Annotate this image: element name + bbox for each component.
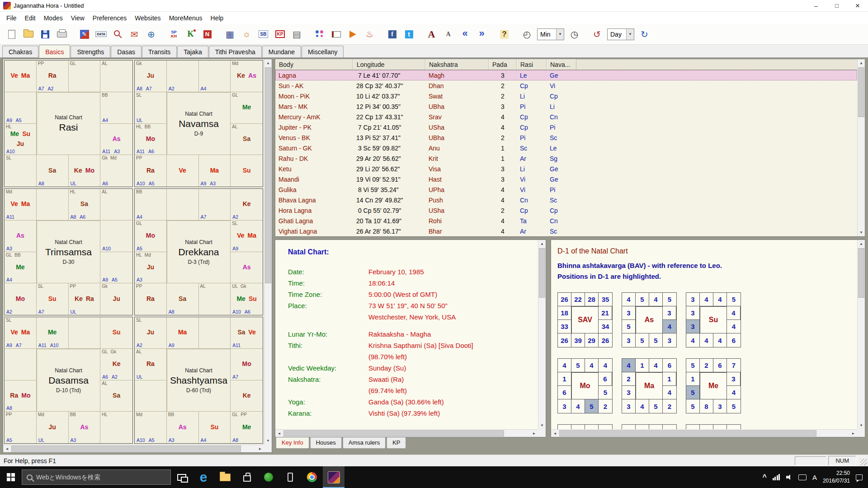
column-header-rasi[interactable]: Rasi xyxy=(517,59,547,70)
chart-navamsa[interactable]: GkJuA8A7A2A4MdKeAsSLULGLMeHLBBMoA11A6ALS… xyxy=(134,60,263,187)
phone-button[interactable] xyxy=(279,466,301,488)
time-unit-dropdown[interactable]: Min▼ xyxy=(537,28,564,40)
menu-edit[interactable]: Edit xyxy=(21,13,40,23)
charts-vscroll[interactable]: ▲▼ xyxy=(264,59,272,445)
tab-chakras[interactable]: Chakras xyxy=(2,46,38,57)
tab-kp[interactable]: KP xyxy=(387,437,406,449)
volume-icon[interactable] xyxy=(786,474,793,480)
font-increase-button[interactable]: A xyxy=(424,26,439,43)
tab-tithi-pravesha[interactable]: Tithi Pravesha xyxy=(209,46,262,57)
search-chart-button[interactable] xyxy=(110,26,126,43)
save-button[interactable] xyxy=(37,26,53,43)
charts-hscroll[interactable]: ◄► xyxy=(3,445,264,452)
table-row[interactable]: Saturn - GK 3 Sc 59' 09.82"Anu1ScLe xyxy=(275,143,857,153)
edge-button[interactable] xyxy=(193,466,214,488)
hidden-icons-icon[interactable] xyxy=(763,473,767,481)
touch-keyboard-icon[interactable] xyxy=(798,474,807,480)
xbox-button[interactable] xyxy=(258,466,279,488)
edit-birth-data-button[interactable] xyxy=(76,26,92,43)
tab-houses[interactable]: Houses xyxy=(310,437,342,449)
font-decrease-button[interactable]: A xyxy=(440,26,456,43)
menu-view[interactable]: View xyxy=(67,13,89,23)
scroll-left-button[interactable]: ◄ xyxy=(551,430,559,437)
menu-file[interactable]: File xyxy=(2,13,21,23)
help-button[interactable]: ? xyxy=(496,26,512,43)
scroll-right-button[interactable]: ► xyxy=(256,445,264,452)
transit-person-button[interactable] xyxy=(519,26,535,43)
chart-rasi[interactable]: VeMaPPRaA7A2GLALA9A5BBA4HLMeSuJuA10AsA11… xyxy=(4,60,133,187)
tab-dasas[interactable]: Dasas xyxy=(111,46,142,57)
tab-key-info[interactable]: Key Info xyxy=(276,437,309,449)
table-row[interactable]: Sun - AK28 Cp 32' 40.37"Dhan2CpVi xyxy=(275,80,857,91)
column-header-body[interactable]: Body xyxy=(275,59,353,70)
bav-hscroll[interactable]: ◄► xyxy=(551,429,857,437)
scroll-down-button[interactable]: ▼ xyxy=(538,422,546,429)
twitter-button[interactable]: t xyxy=(401,26,417,43)
scroll-up-button[interactable]: ▲ xyxy=(858,59,865,67)
date-unit-dropdown[interactable]: Day▼ xyxy=(607,28,634,40)
chevron-down-icon[interactable]: ▼ xyxy=(556,29,564,40)
email-chart-button[interactable] xyxy=(127,26,142,43)
chart-drekkana[interactable]: BBA4A7KeA2GLMoA5SLVeMaA9HLMdJuA3AsPPRaSa… xyxy=(134,188,263,315)
menu-preferences[interactable]: Preferences xyxy=(89,13,131,23)
table-row[interactable]: Mercury - AmK22 Cp 13' 43.31"Srav4CpCn xyxy=(275,112,857,122)
step-back-time-button[interactable] xyxy=(589,26,605,43)
chart-shashtyamsa[interactable]: SLJuA2MaA9SaVeA11ALRaULMoA7KeMdA10A5BBAs… xyxy=(134,317,263,444)
new-file-button[interactable] xyxy=(4,26,19,43)
natal-hscroll[interactable]: ◄► xyxy=(275,429,538,437)
step-forward-time-button[interactable] xyxy=(637,26,652,43)
notification-center-icon[interactable] xyxy=(856,474,863,480)
next-chart-button[interactable]: » xyxy=(474,26,490,43)
special-points-button[interactable] xyxy=(239,26,255,43)
table-row[interactable]: Venus - BK13 Pi 52' 37.41"UBha2PiSc xyxy=(275,132,857,143)
scrollbar-thumb[interactable] xyxy=(265,67,271,283)
tab-amsa-rulers[interactable]: Amsa rulers xyxy=(343,437,386,449)
store-button[interactable] xyxy=(236,466,258,488)
network-icon[interactable] xyxy=(773,474,780,480)
jhora-button[interactable] xyxy=(323,466,344,488)
menu-modes[interactable]: Modes xyxy=(40,13,67,23)
scroll-right-button[interactable]: ► xyxy=(849,430,857,437)
table-row[interactable]: Mars - MK12 Pi 34' 00.35"UBha3PiLi xyxy=(275,101,857,112)
resize-grip[interactable] xyxy=(860,459,867,465)
table-row[interactable]: Jupiter - PK 7 Cp 21' 41.05"USha4CpPi xyxy=(275,122,857,132)
tables-window-button[interactable] xyxy=(289,26,305,43)
scrollbar-thumb[interactable] xyxy=(11,446,241,452)
scroll-up-button[interactable]: ▲ xyxy=(264,59,272,67)
table-row[interactable]: Hora Lagna 0 Cp 55' 02.79"USha2CpCp xyxy=(275,205,857,216)
world-clock-button[interactable] xyxy=(143,26,159,43)
kundali-button[interactable]: K xyxy=(183,26,198,43)
ime-indicator[interactable]: A xyxy=(812,474,817,481)
muhurta-button[interactable] xyxy=(345,26,361,43)
table-row[interactable]: Gulika 8 Vi 59' 35.24"UPha4ViPi xyxy=(275,184,857,195)
maximize-button[interactable] xyxy=(826,0,847,11)
tab-mundane[interactable]: Mundane xyxy=(262,46,301,57)
table-row[interactable]: Ghati Lagna20 Ta 10' 41.69"Rohi4TaCn xyxy=(275,216,857,226)
task-view-button[interactable] xyxy=(171,466,193,488)
column-header-pada[interactable]: Pada xyxy=(489,59,517,70)
tab-miscellany[interactable]: Miscellany xyxy=(302,46,344,57)
file-explorer-button[interactable] xyxy=(214,466,236,488)
chart-window-button[interactable] xyxy=(222,26,238,43)
scroll-left-button[interactable]: ◄ xyxy=(275,430,283,437)
previous-chart-button[interactable]: « xyxy=(457,26,473,43)
tab-basics[interactable]: Basics xyxy=(39,45,70,58)
scroll-down-button[interactable]: ▼ xyxy=(858,422,865,429)
chevron-down-icon[interactable]: ▼ xyxy=(626,29,634,40)
scrollbar-thumb[interactable] xyxy=(283,430,504,436)
scroll-left-button[interactable]: ◄ xyxy=(3,445,11,452)
sarvatobhadra-button[interactable]: SB xyxy=(255,26,271,43)
scrollbar-thumb[interactable] xyxy=(559,430,816,436)
chart-trimsamsa[interactable]: MdVeMaA11HLSaA8A6ALAsA3A10GLBBMeA4A9A5Mo… xyxy=(4,188,133,315)
table-row[interactable]: Ketu29 Li 20' 56.62"Visa3LiGe xyxy=(275,164,857,174)
start-button[interactable] xyxy=(0,466,22,488)
table-row[interactable]: Bhava Lagna14 Cn 29' 49.82"Push4CnSc xyxy=(275,195,857,205)
bav-vscroll[interactable]: ▲▼ xyxy=(857,240,865,429)
minimize-button[interactable] xyxy=(806,0,826,11)
positions-vscroll[interactable]: ▲▼ xyxy=(857,59,865,236)
notes-button[interactable]: N xyxy=(199,26,215,43)
taskbar-search[interactable] xyxy=(22,469,171,485)
current-time-button[interactable] xyxy=(566,26,582,43)
table-row[interactable]: Maandi19 Vi 09' 52.91"Hast3ViGe xyxy=(275,174,857,184)
sp-kh-button[interactable]: SPKH xyxy=(166,26,182,43)
